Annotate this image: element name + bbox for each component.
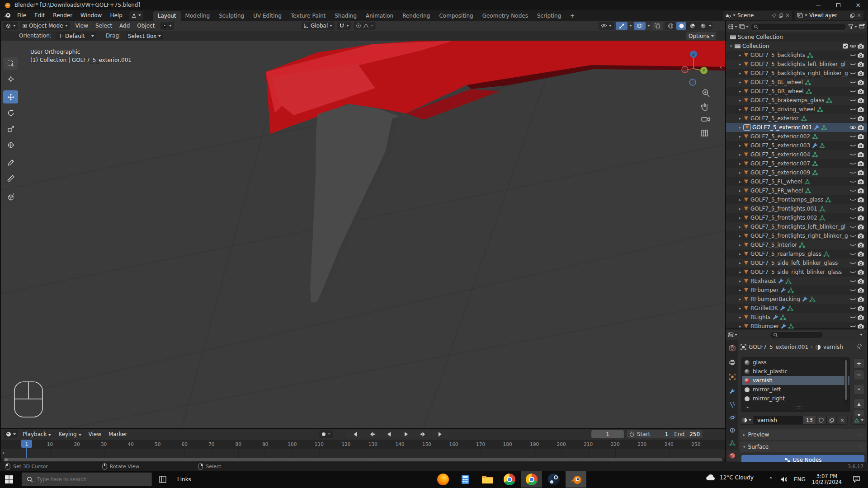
outliner-row-collection[interactable]: ▾Collection xyxy=(726,42,867,51)
outliner-row-rlights[interactable]: ▸RLights xyxy=(726,313,867,322)
viewlayer-selector[interactable]: ViewLayer × xyxy=(795,11,863,20)
copy-icon[interactable] xyxy=(850,13,855,18)
options-dropdown[interactable]: Options xyxy=(686,32,716,40)
tool-transform[interactable] xyxy=(3,138,18,151)
expand-icon[interactable]: ▸ xyxy=(737,288,743,292)
shading-material-button[interactable] xyxy=(687,22,697,30)
eye-icon[interactable] xyxy=(849,89,856,94)
expand-icon[interactable]: ▸ xyxy=(737,80,743,84)
outliner-row-golf7_5_exterior.003[interactable]: ▸GOLF7_5_exterior.003 xyxy=(726,141,867,150)
eye-icon[interactable] xyxy=(849,261,856,265)
viewport-canvas[interactable]: Z Y ‹ xyxy=(1,41,725,428)
tool-select-box[interactable] xyxy=(3,57,18,70)
properties-tab-constraints[interactable] xyxy=(726,424,738,436)
visibility-dropdown[interactable] xyxy=(599,22,614,30)
camera-toggle-icon[interactable] xyxy=(858,233,864,239)
material-slot-mirror_left[interactable]: mirror_left xyxy=(742,385,849,394)
outliner-row-golf7_5_bl_wheel[interactable]: ▸GOLF7_5_BL_wheel xyxy=(726,78,867,87)
tool-rotate[interactable] xyxy=(3,106,18,119)
expand-icon[interactable]: ▸ xyxy=(737,179,743,184)
expand-icon[interactable]: ▸ xyxy=(737,107,743,112)
start-button[interactable] xyxy=(5,475,14,485)
eye-icon[interactable] xyxy=(849,125,856,130)
timeline-menu-view[interactable]: View xyxy=(85,429,105,439)
material-specials-button[interactable] xyxy=(851,416,866,425)
play-button[interactable] xyxy=(398,430,414,438)
expand-icon[interactable]: ▸ xyxy=(737,161,743,166)
playhead-line[interactable] xyxy=(26,448,27,458)
timeline-menu-playback[interactable]: Playback xyxy=(19,429,55,439)
copy-icon[interactable] xyxy=(778,13,783,18)
eye-icon[interactable] xyxy=(849,162,856,166)
eye-icon[interactable] xyxy=(849,135,856,139)
shading-solid-button[interactable] xyxy=(676,22,686,30)
workspace-tab-sculpting[interactable]: Sculpting xyxy=(214,11,249,21)
notifications-icon[interactable] xyxy=(853,475,861,483)
camera-toggle-icon[interactable] xyxy=(858,98,864,103)
surface-panel-header[interactable]: ▾ Surface :::: xyxy=(740,441,866,452)
camera-toggle-icon[interactable] xyxy=(858,197,864,202)
properties-editor-type-button[interactable] xyxy=(728,332,737,338)
eye-icon[interactable] xyxy=(849,144,856,148)
previous-keyframe-button[interactable] xyxy=(363,430,380,438)
properties-tab-output[interactable] xyxy=(726,357,738,368)
eye-icon[interactable] xyxy=(849,80,856,84)
taskbar-app-chrome[interactable] xyxy=(499,471,520,488)
next-keyframe-button[interactable] xyxy=(415,430,431,438)
tool-add-cube[interactable] xyxy=(3,190,18,203)
camera-toggle-icon[interactable] xyxy=(858,70,864,76)
material-browse-button[interactable] xyxy=(740,416,754,425)
menu-file[interactable]: File xyxy=(13,10,30,21)
volume-icon[interactable] xyxy=(780,476,788,483)
outliner-row-rexhaust[interactable]: ▸RExhaust xyxy=(726,277,867,286)
channel-expand-icon[interactable]: ▸ xyxy=(3,450,5,455)
tool-move[interactable] xyxy=(3,90,18,103)
links-toolbar[interactable]: Links xyxy=(177,476,191,483)
outliner-editor-type-button[interactable] xyxy=(728,24,737,29)
taskbar-app-browser[interactable] xyxy=(521,471,542,488)
tray-expand-icon[interactable]: ⌃ xyxy=(769,476,773,483)
expand-icon[interactable]: ▸ xyxy=(737,216,743,220)
material-name-field[interactable]: varnish xyxy=(754,416,803,425)
outliner-row-rfbumper[interactable]: ▸RFbumper xyxy=(726,286,867,295)
display-mode-button[interactable] xyxy=(739,24,749,29)
shading-wireframe-button[interactable] xyxy=(665,22,675,30)
eye-icon[interactable] xyxy=(849,198,856,202)
taskbar-app-calculator[interactable] xyxy=(455,471,476,488)
workspace-tab-scripting[interactable]: Scripting xyxy=(533,11,566,21)
proportional-edit-group[interactable] xyxy=(354,22,376,30)
expand-icon[interactable]: ▸ xyxy=(737,53,743,57)
outliner-row-rgrilleidk[interactable]: ▸RGrilleIDK xyxy=(726,304,867,313)
workspace-tab-rendering[interactable]: Rendering xyxy=(398,11,434,21)
outliner-row-scene-collection[interactable]: Scene Collection xyxy=(726,33,867,42)
eye-icon[interactable] xyxy=(849,71,856,75)
taskbar-app-blender[interactable] xyxy=(566,471,586,488)
camera-toggle-icon[interactable] xyxy=(858,107,864,112)
new-collection-button[interactable] xyxy=(859,23,865,30)
outliner-row-golf7_5_frontlights_right_blinker_g[interactable]: ▸GOLF7_5_frontlights_right_blinker_g xyxy=(726,231,867,240)
maximize-button[interactable] xyxy=(828,0,848,10)
outliner-row-golf7_5_brakeamps_glass[interactable]: ▸GOLF7_5_brakeamps_glass xyxy=(726,96,867,105)
blender-menu-icon[interactable] xyxy=(4,12,11,19)
end-value[interactable]: 250 xyxy=(687,431,700,437)
play-reverse-button[interactable] xyxy=(381,430,397,438)
taskbar-app-firefox[interactable] xyxy=(433,471,453,488)
camera-toggle-icon[interactable] xyxy=(858,251,864,257)
material-slot-varnish[interactable]: varnish xyxy=(742,376,849,385)
camera-toggle-icon[interactable] xyxy=(858,305,864,311)
task-view-button[interactable] xyxy=(158,475,167,485)
orientation-default-dropdown[interactable]: Default xyxy=(56,32,96,40)
timeline-ruler[interactable]: 1020304050607080901001101201301401501601… xyxy=(1,440,725,449)
properties-options-icon[interactable] xyxy=(860,334,863,336)
properties-tab-particles[interactable] xyxy=(726,399,738,411)
outliner-row-golf7_5_fl_wheel[interactable]: ▸GOLF7_5_FL_wheel xyxy=(726,177,867,186)
taskbar-search-input[interactable] xyxy=(37,476,136,483)
outliner-row-golf7_5_br_wheel[interactable]: ▸GOLF7_5_BR_wheel xyxy=(726,87,867,96)
eye-icon[interactable] xyxy=(849,234,856,238)
properties-search[interactable] xyxy=(770,331,823,339)
timeline-menu-keying[interactable]: Keying xyxy=(55,429,85,439)
eye-icon[interactable] xyxy=(849,171,856,175)
menu-help[interactable]: Help xyxy=(106,10,126,21)
auto-keying-button[interactable] xyxy=(319,430,333,438)
expand-icon[interactable]: ▸ xyxy=(737,225,743,229)
